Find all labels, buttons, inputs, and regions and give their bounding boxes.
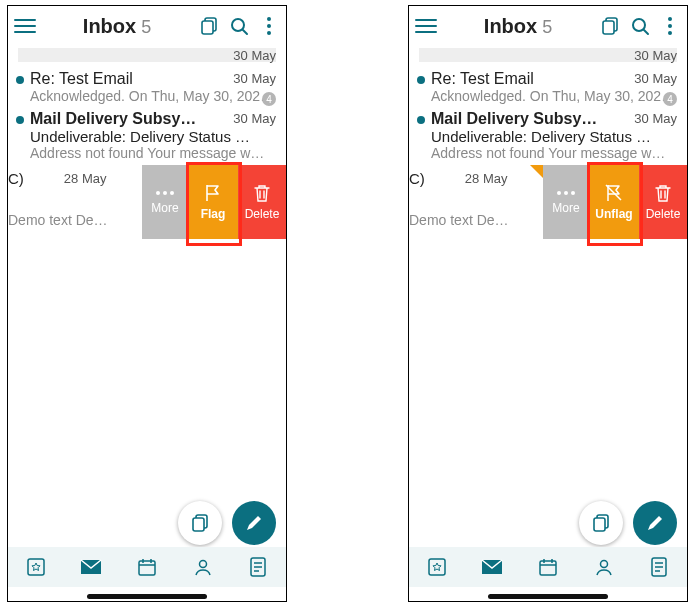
- more-button[interactable]: More: [543, 165, 589, 239]
- mail-icon[interactable]: [79, 555, 103, 579]
- nav-handle: [87, 594, 207, 599]
- unread-dot: [417, 76, 425, 84]
- row-date: 28 May: [64, 171, 107, 186]
- page-title: Inbox 5: [83, 15, 151, 38]
- svg-point-20: [668, 31, 672, 35]
- contact-icon[interactable]: [592, 555, 616, 579]
- contact-icon[interactable]: [191, 555, 215, 579]
- flag-slash-icon: [604, 183, 624, 203]
- message-list: 30 May Re: Test Email 30 May 4 Acknowled…: [8, 48, 286, 245]
- unread-dot: [16, 116, 24, 124]
- svg-rect-10: [193, 518, 204, 531]
- svg-point-3: [267, 17, 271, 21]
- delete-button[interactable]: Delete: [238, 165, 286, 239]
- message-row[interactable]: Re: Test Email 30 May 4 Acknowledged. On…: [8, 68, 286, 108]
- delete-button[interactable]: Delete: [639, 165, 687, 239]
- svg-point-17: [633, 19, 645, 31]
- menu-icon[interactable]: [415, 15, 437, 37]
- svg-rect-1: [202, 21, 213, 34]
- svg-point-28: [600, 561, 607, 568]
- subject: Undeliverable: Delivery Status N…: [30, 128, 276, 145]
- trash-icon: [654, 183, 672, 203]
- menu-icon[interactable]: [14, 15, 36, 37]
- svg-point-22: [564, 191, 568, 195]
- mail-icon[interactable]: [480, 555, 504, 579]
- unread-dot: [417, 116, 425, 124]
- row-date: 30 May: [634, 71, 677, 86]
- message-row[interactable]: Re: Test Email 30 May 4 Acknowledged. On…: [409, 68, 687, 108]
- stack-icon: [189, 512, 211, 534]
- sender-tail: C): [8, 170, 24, 187]
- more-label: More: [552, 201, 579, 215]
- fab-group: [579, 501, 677, 545]
- message-row[interactable]: Mail Delivery Subsy… 30 May Undeliverabl…: [8, 108, 286, 165]
- svg-point-6: [156, 191, 160, 195]
- inbox-title: Inbox: [484, 15, 537, 38]
- calendar-icon[interactable]: [536, 555, 560, 579]
- unflag-button[interactable]: Unflag: [589, 165, 639, 239]
- thread-count-badge: 4: [262, 92, 276, 106]
- nav-handle: [488, 594, 608, 599]
- favorites-icon[interactable]: [425, 555, 449, 579]
- flag-button[interactable]: Flag: [188, 165, 238, 239]
- dots-icon: [154, 189, 176, 197]
- compose-fab[interactable]: [633, 501, 677, 545]
- svg-point-13: [199, 561, 206, 568]
- note-icon[interactable]: [647, 555, 671, 579]
- search-icon[interactable]: [228, 15, 250, 37]
- phone-screen-flag: Inbox 5 30 May Re: Test Email 30 May 4 A…: [7, 5, 287, 602]
- unread-dot: [16, 76, 24, 84]
- svg-point-21: [557, 191, 561, 195]
- thread-count-badge: 4: [663, 92, 677, 106]
- preview: Acknowledged. On Thu, May 30, 202…: [431, 88, 677, 104]
- svg-point-7: [163, 191, 167, 195]
- svg-point-8: [170, 191, 174, 195]
- compose-fab[interactable]: [232, 501, 276, 545]
- page-title: Inbox 5: [484, 15, 552, 38]
- pencil-icon: [244, 513, 264, 533]
- inbox-title: Inbox: [83, 15, 136, 38]
- delete-label: Delete: [245, 207, 280, 221]
- copy-icon[interactable]: [198, 15, 220, 37]
- row-date: 30 May: [233, 111, 276, 126]
- preview: Address not found Your message w…: [431, 145, 677, 161]
- message-row-swiped[interactable]: C) 28 May Demo text De… More Unflag Dele…: [409, 165, 687, 245]
- more-vert-icon[interactable]: [659, 15, 681, 37]
- sender-tail: C): [409, 170, 425, 187]
- calendar-icon[interactable]: [135, 555, 159, 579]
- unflag-label: Unflag: [595, 207, 632, 221]
- svg-point-23: [571, 191, 575, 195]
- inbox-count: 5: [141, 17, 151, 38]
- search-icon[interactable]: [629, 15, 651, 37]
- message-row[interactable]: Mail Delivery Subsy… 30 May Undeliverabl…: [409, 108, 687, 165]
- more-label: More: [151, 201, 178, 215]
- subject: Undeliverable: Delivery Status N…: [431, 128, 677, 145]
- fab-group: [178, 501, 276, 545]
- preview: Address not found Your message w…: [30, 145, 276, 161]
- sender: Mail Delivery Subsy…: [431, 110, 601, 128]
- stack-icon: [590, 512, 612, 534]
- svg-point-5: [267, 31, 271, 35]
- trash-icon: [253, 183, 271, 203]
- delete-label: Delete: [646, 207, 681, 221]
- inbox-count: 5: [542, 17, 552, 38]
- top-bar: Inbox 5: [8, 6, 286, 46]
- note-icon[interactable]: [246, 555, 270, 579]
- svg-rect-11: [28, 559, 44, 575]
- flag-corner-icon: [530, 165, 544, 179]
- svg-rect-12: [139, 561, 155, 575]
- sender: Mail Delivery Subsy…: [30, 110, 200, 128]
- svg-point-2: [232, 19, 244, 31]
- stack-fab[interactable]: [579, 501, 623, 545]
- more-vert-icon[interactable]: [258, 15, 280, 37]
- svg-point-4: [267, 24, 271, 28]
- favorites-icon[interactable]: [24, 555, 48, 579]
- flag-label: Flag: [201, 207, 226, 221]
- svg-rect-27: [540, 561, 556, 575]
- message-row-swiped[interactable]: C) 28 May Demo text De… More Flag Delete: [8, 165, 286, 245]
- copy-icon[interactable]: [599, 15, 621, 37]
- more-button[interactable]: More: [142, 165, 188, 239]
- row-date: 30 May: [634, 111, 677, 126]
- bottom-nav: [409, 547, 687, 587]
- stack-fab[interactable]: [178, 501, 222, 545]
